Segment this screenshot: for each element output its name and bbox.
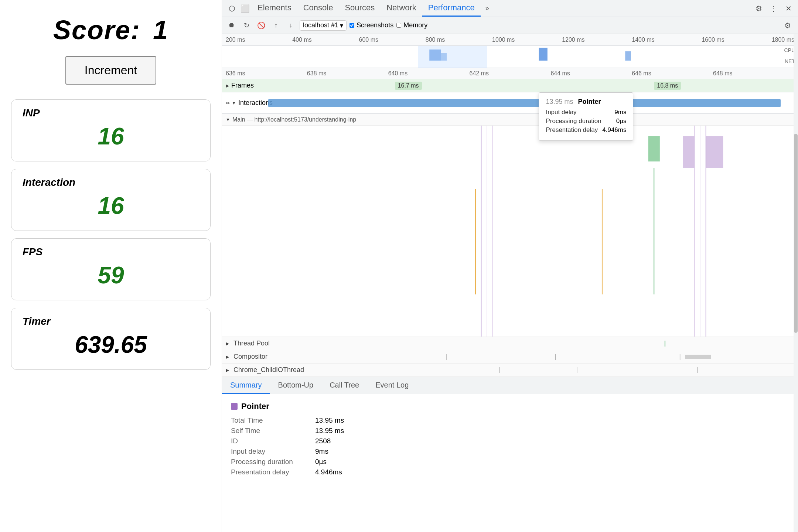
vertical-scrollbar[interactable] (794, 34, 798, 532)
thread-pool-expand-icon[interactable]: ▶ (226, 341, 229, 346)
screenshots-checkbox[interactable] (349, 23, 354, 28)
tab-network[interactable]: Network (381, 0, 422, 17)
more-options-icon[interactable]: ⋮ (767, 2, 780, 15)
chrome-io-expand-icon[interactable]: ▶ (226, 368, 229, 373)
svg-rect-15 (683, 136, 694, 168)
interaction-bar[interactable] (268, 99, 781, 107)
main-thread-header[interactable]: ▼ Main — http://localhost:5173/understan… (222, 114, 798, 126)
fps-value: 59 (23, 262, 199, 289)
timer-value: 639.65 (23, 331, 199, 358)
input-delay-key: Input delay (231, 447, 312, 456)
frame-badge-2: 16.8 ms (654, 82, 681, 90)
interactions-expand-icon[interactable]: ▼ (232, 100, 236, 106)
scrollbar-thumb[interactable] (794, 134, 798, 333)
thread-pool-track (277, 340, 794, 347)
summary-panel: Summary Bottom-Up Call Tree Event Log Po… (222, 377, 798, 532)
screenshots-checkbox-area[interactable]: Screenshots (349, 21, 393, 29)
frames-row[interactable]: ▶ Frames 16.7 ms 16.8 ms (222, 79, 798, 92)
zm-638: 638 ms (307, 70, 326, 77)
compositor-expand-icon[interactable]: ▶ (226, 354, 229, 359)
track-row-chrome-io[interactable]: ▶ Chrome_ChildIOThread (222, 364, 798, 377)
tab-event-log[interactable]: Event Log (367, 377, 417, 394)
tooltip-processing-key: Processing duration (546, 117, 601, 125)
input-delay-val: 9ms (315, 447, 328, 456)
settings-icon[interactable]: ⚙ (752, 2, 765, 15)
memory-checkbox-area[interactable]: Memory (396, 21, 427, 29)
reload-button[interactable]: ↻ (241, 20, 252, 31)
frames-expand-icon[interactable]: ▶ (226, 83, 229, 88)
zm-648: 648 ms (713, 70, 732, 77)
self-time-key: Self Time (231, 427, 312, 435)
summary-presentation-delay: Presentation delay 4.946ms (231, 468, 789, 476)
close-icon[interactable]: ✕ (782, 2, 795, 15)
svg-rect-21 (685, 355, 711, 359)
frames-label: Frames (231, 82, 254, 89)
more-tabs-icon[interactable]: » (481, 2, 494, 15)
memory-checkbox[interactable] (396, 23, 401, 28)
cpu-net-area[interactable]: CPU NET (222, 46, 798, 68)
main-expand-icon[interactable]: ▼ (226, 117, 230, 122)
inp-label: INP (23, 107, 199, 119)
tab-call-tree[interactable]: Call Tree (321, 377, 367, 394)
inp-value: 16 (23, 123, 199, 150)
time-1800: 1800 ms (772, 37, 794, 43)
svg-rect-16 (706, 136, 723, 168)
tab-summary[interactable]: Summary (222, 377, 270, 394)
total-time-val: 13.95 ms (315, 416, 344, 424)
tab-elements[interactable]: Elements (252, 0, 297, 17)
chrome-io-label: Chrome_ChildIOThread (233, 366, 304, 374)
tab-sources[interactable]: Sources (339, 0, 381, 17)
performance-toolbar: ⏺ ↻ 🚫 ↑ ↓ localhost #1 ▾ Screenshots Mem… (222, 17, 798, 34)
zm-642: 642 ms (470, 70, 489, 77)
source-selector[interactable]: localhost #1 ▾ (300, 20, 347, 31)
device-icon[interactable]: ⬜ (238, 2, 252, 15)
total-time-key: Total Time (231, 416, 312, 424)
tab-bottom-up[interactable]: Bottom-Up (270, 377, 322, 394)
time-200: 200 ms (226, 37, 245, 43)
zm-644: 644 ms (550, 70, 570, 77)
time-1200: 1200 ms (562, 37, 584, 43)
flame-chart-area[interactable] (222, 126, 798, 337)
inspect-icon[interactable]: ⬡ (225, 2, 238, 15)
interaction-tooltip: 13.95 ms Pointer Input delay 9ms Process… (539, 92, 633, 141)
time-600: 600 ms (359, 37, 378, 43)
increment-button[interactable]: Increment (65, 56, 156, 85)
source-dropdown-icon: ▾ (340, 21, 343, 30)
capture-settings-icon[interactable]: ⚙ (781, 19, 794, 32)
memory-label: Memory (403, 21, 427, 29)
svg-rect-14 (648, 136, 660, 162)
upload-button[interactable]: ↑ (270, 20, 282, 31)
tab-console[interactable]: Console (297, 0, 339, 17)
track-row-compositor[interactable]: ▶ Compositor (222, 350, 798, 364)
time-400: 400 ms (292, 37, 311, 43)
zm-646: 646 ms (632, 70, 651, 77)
self-time-val: 13.95 ms (315, 427, 344, 435)
summary-total-time: Total Time 13.95 ms (231, 416, 789, 424)
time-1400: 1400 ms (632, 37, 654, 43)
record-button[interactable]: ⏺ (226, 20, 238, 31)
summary-tabs: Summary Bottom-Up Call Tree Event Log (222, 377, 798, 394)
time-markers: 200 ms 400 ms 600 ms 800 ms 1000 ms 1200… (226, 37, 794, 43)
overview-time-ruler: 200 ms 400 ms 600 ms 800 ms 1000 ms 1200… (222, 34, 798, 46)
summary-id: ID 2508 (231, 437, 789, 445)
tooltip-input-delay-row: Input delay 9ms (546, 109, 626, 116)
id-val: 2508 (315, 437, 331, 445)
score-value: 1 (153, 15, 168, 45)
tooltip-processing-val: 0µs (616, 117, 627, 125)
pointer-label: Pointer (241, 402, 269, 411)
interaction-value: 16 (23, 192, 199, 219)
download-button[interactable]: ↓ (285, 20, 297, 31)
summary-pointer-header: Pointer (231, 402, 789, 411)
tooltip-presentation-val: 4.946ms (602, 126, 626, 134)
tooltip-input-delay-val: 9ms (614, 109, 626, 116)
pointer-color-icon (231, 403, 238, 410)
interactions-row[interactable]: ✏ ▼ Interactions 13.95 ms Pointer Input … (222, 92, 798, 114)
interaction-label: Interaction (23, 177, 199, 188)
clear-button[interactable]: 🚫 (255, 20, 267, 31)
svg-rect-4 (418, 46, 487, 68)
track-row-thread-pool[interactable]: ▶ Thread Pool (222, 337, 798, 350)
edit-icon: ✏ (226, 100, 230, 106)
tab-performance[interactable]: Performance (422, 0, 481, 17)
tooltip-input-delay-key: Input delay (546, 109, 576, 116)
zm-640: 640 ms (388, 70, 407, 77)
